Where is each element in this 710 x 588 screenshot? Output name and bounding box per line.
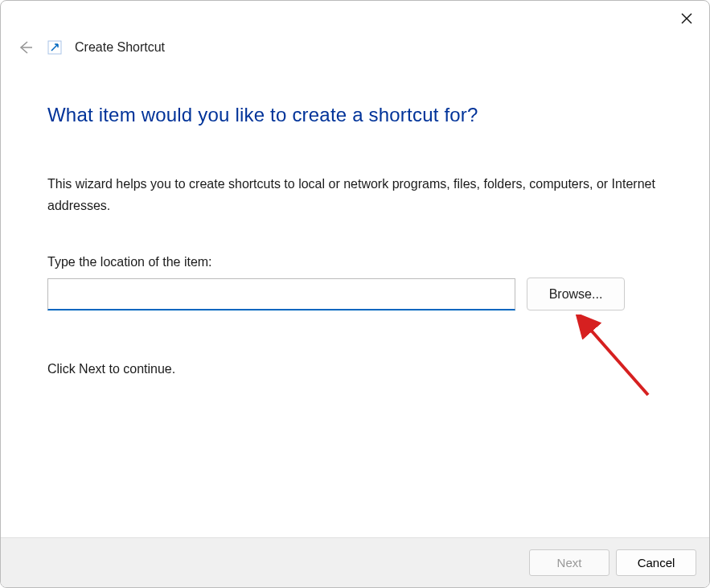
- continue-instruction: Click Next to continue.: [47, 362, 663, 376]
- browse-button[interactable]: Browse...: [527, 278, 625, 310]
- back-button[interactable]: [15, 38, 35, 57]
- dialog-title: Create Shortcut: [75, 40, 165, 55]
- location-input[interactable]: [47, 278, 515, 310]
- back-arrow-icon: [16, 39, 34, 56]
- close-icon: [680, 12, 693, 25]
- cancel-button[interactable]: Cancel: [616, 549, 696, 576]
- dialog-footer: Next Cancel: [1, 537, 709, 587]
- location-input-label: Type the location of the item:: [47, 255, 663, 269]
- shortcut-icon: [47, 40, 62, 55]
- titlebar: [1, 1, 709, 33]
- header-row: Create Shortcut: [1, 33, 709, 57]
- wizard-description: This wizard helps you to create shortcut…: [47, 173, 663, 216]
- close-button[interactable]: [679, 10, 695, 27]
- content-area: What item would you like to create a sho…: [1, 57, 709, 376]
- input-row: Browse...: [47, 278, 663, 310]
- next-button[interactable]: Next: [529, 549, 609, 576]
- page-heading: What item would you like to create a sho…: [47, 104, 663, 126]
